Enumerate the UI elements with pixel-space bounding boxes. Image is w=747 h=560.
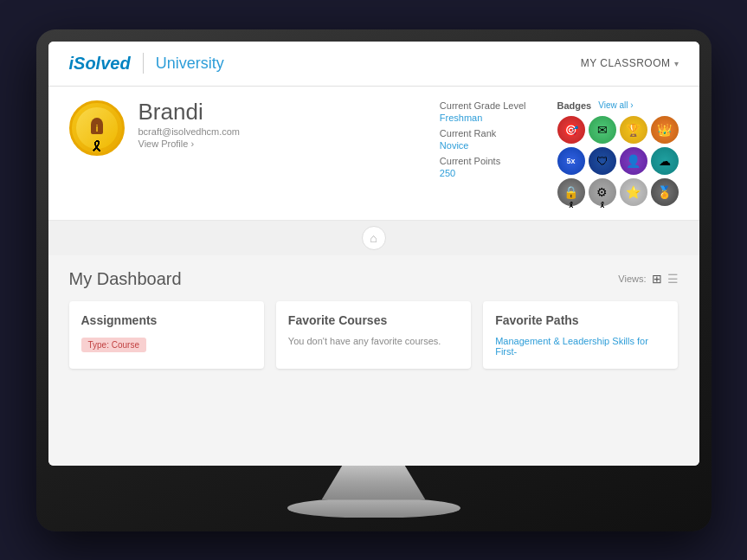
rank-label: Current Rank: [440, 128, 526, 138]
views-label: Views:: [618, 274, 646, 284]
profile-info: Brandi bcraft@isolvedhcm.com View Profil…: [138, 100, 400, 149]
badges-title: Badges: [557, 100, 592, 111]
grade-label: Current Grade Level: [440, 100, 526, 111]
points-label: Current Points: [440, 156, 526, 166]
badge-item: 👑: [651, 116, 679, 144]
grid-view-icon[interactable]: ⊞: [652, 272, 662, 286]
profile-name: Brandi: [138, 100, 400, 123]
badge-item: 5x: [557, 147, 585, 175]
profile-email: bcraft@isolvedhcm.com: [138, 126, 400, 137]
dashboard-cards: Assignments Type: Course Favorite Course…: [69, 301, 679, 369]
view-profile-link[interactable]: View Profile ›: [138, 138, 400, 149]
monitor-stand: [48, 466, 699, 518]
profile-section: i 🎗 Brandi bcraft@isolvedhcm.com View Pr…: [48, 87, 699, 221]
badge-item: 👤: [620, 147, 647, 175]
badge-item: 🛡: [589, 147, 616, 175]
badge-item: 🎯: [557, 116, 585, 144]
badge-item: ⭐: [620, 178, 647, 206]
nav-label: MY CLASSROOM: [581, 57, 671, 69]
stand-base: [287, 499, 460, 518]
badge-item: ✉: [589, 116, 616, 144]
grade-value[interactable]: Freshman: [440, 113, 526, 123]
badge-item: 🏅: [651, 178, 679, 206]
dashboard-title: My Dashboard: [69, 269, 182, 289]
badge-item: 🔒 🎗: [557, 178, 585, 206]
favorite-path-link[interactable]: Management & Leadership Skills for First…: [495, 336, 666, 357]
badges-view-all[interactable]: View all ›: [598, 100, 633, 110]
nav-classroom[interactable]: MY CLASSROOM ▾: [581, 57, 679, 69]
favorite-paths-card: Favorite Paths Management & Leadership S…: [483, 301, 678, 369]
app-wrapper: iSolved University MY CLASSROOM ▾: [48, 42, 699, 466]
chevron-down-icon: ▾: [674, 59, 679, 68]
dashboard-area: My Dashboard Views: ⊞ ☰ Assignments Type…: [48, 255, 699, 466]
favorite-paths-title: Favorite Paths: [495, 313, 666, 327]
logo-isolved: iSolved: [69, 54, 131, 74]
rank-value[interactable]: Novice: [440, 140, 526, 151]
home-divider: ⌂: [48, 221, 699, 255]
views-control: Views: ⊞ ☰: [618, 272, 678, 286]
home-icon[interactable]: ⌂: [362, 226, 386, 250]
badges-header: Badges View all ›: [557, 100, 679, 111]
list-view-icon[interactable]: ☰: [667, 272, 679, 286]
assignments-card: Assignments Type: Course: [69, 301, 264, 369]
stand-neck: [322, 466, 426, 500]
logo-divider: [143, 53, 144, 74]
badges-section: Badges View all › 🎯 ✉ 🏆 👑 5x 🛡 👤 ☁ 🔒: [557, 100, 679, 206]
favorite-courses-card: Favorite Courses You don't have any favo…: [276, 301, 471, 369]
monitor-screen: iSolved University MY CLASSROOM ▾: [48, 42, 699, 466]
logo-area: iSolved University: [69, 53, 224, 74]
profile-stats: Current Grade Level Freshman Current Ran…: [440, 100, 526, 182]
avatar: i 🎗: [69, 100, 125, 156]
monitor-outer: iSolved University MY CLASSROOM ▾: [36, 29, 712, 531]
assignments-card-title: Assignments: [81, 313, 252, 327]
logo-university: University: [156, 55, 224, 73]
favorite-courses-title: Favorite Courses: [288, 313, 459, 327]
badges-grid: 🎯 ✉ 🏆 👑 5x 🛡 👤 ☁ 🔒 🎗 ⚙: [557, 116, 679, 206]
badge-item: ⚙ 🎗: [589, 178, 616, 206]
badge-item: 🏆: [620, 116, 647, 144]
assignment-type-tag[interactable]: Type: Course: [81, 338, 146, 352]
home-icon-glyph: ⌂: [370, 231, 377, 245]
avatar-ribbon-icon: 🎗: [90, 139, 104, 155]
badge-item: ☁: [651, 147, 679, 175]
header: iSolved University MY CLASSROOM ▾: [48, 42, 699, 87]
svg-text:i: i: [95, 123, 98, 133]
points-value: 250: [440, 168, 526, 178]
no-courses-text: You don't have any favorite courses.: [288, 336, 459, 346]
dashboard-header: My Dashboard Views: ⊞ ☰: [69, 269, 679, 289]
avatar-container: i 🎗: [69, 100, 125, 156]
